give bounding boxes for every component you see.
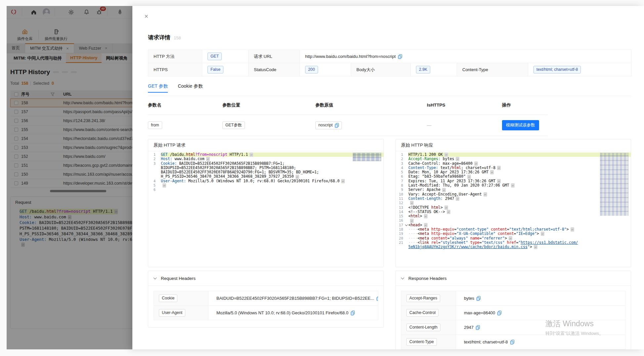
header-key-tag: Content-Length [406, 324, 440, 331]
raw-request-title: 原始 HTTP 请求 [148, 139, 384, 151]
raw-http-section: 原始 HTTP 请求 1GET /baidu.html?from=noscrip… [148, 139, 631, 267]
tab-cookie-params[interactable]: Cookie 参数 [178, 83, 203, 93]
col-param-name: 参数名 [148, 102, 222, 108]
copy-icon[interactable] [510, 340, 514, 344]
header-value: BAIDUID=B522EE4502FF3020A565F2B15B898BB7… [216, 296, 374, 301]
param-table: 参数名 参数位置 参数原值 IsHTTPS 操作 from GET参数 nosc… [148, 96, 548, 136]
request-headers-title: Request Headers [161, 276, 196, 281]
col-param-pos: 参数位置 [222, 102, 315, 108]
param-name-tag: from [148, 121, 162, 129]
url-label: 请求 URL [249, 50, 300, 63]
tab-get-params[interactable]: GET 参数 [148, 83, 168, 93]
method-tag: GET [207, 53, 222, 60]
header-value: Mozilla/5.0 (Windows NT 10.0; rv:68.0) G… [216, 310, 348, 315]
minimap[interactable] [600, 153, 628, 216]
copy-icon[interactable] [335, 123, 339, 128]
header-key-tag: User-Agent [159, 309, 185, 316]
param-ishttps-value: — [427, 123, 502, 128]
param-tabs: GET 参数 Cookie 参数 [148, 80, 631, 96]
col-ishttps: IsHTTPS [427, 103, 502, 108]
header-row: User-Agent Mozilla/5.0 (Windows NT 10.0;… [154, 306, 378, 320]
header-row: Cookie BAIDUID=B522EE4502FF3020A565F2B15… [154, 291, 378, 306]
https-label: HTTPS [148, 63, 202, 76]
status-tag: 200 [305, 66, 318, 73]
header-value: 2947 [464, 325, 474, 330]
drawer-close-icon[interactable] [143, 13, 150, 20]
status-label: StatusCode [249, 63, 300, 76]
request-detail-drawer: 请求详情 158 HTTP 方法 GET 请求 URL http://www.b… [132, 6, 644, 349]
header-value: max-age=86400 [464, 310, 495, 315]
raw-request-editor[interactable]: 1GET /baidu.html?from=noscript HTTP/1.12… [148, 151, 384, 267]
header-key-tag: Cache-Control [406, 309, 438, 316]
header-value: text/html; charset=utf-8 [464, 339, 508, 344]
header-key-tag: Content-Type [406, 338, 437, 345]
request-headers-toggle[interactable]: Request Headers [148, 271, 384, 286]
copy-icon[interactable] [476, 325, 480, 330]
content-type-label: Content-Type [457, 63, 528, 76]
fuzz-param-button[interactable]: 模糊测试该参数 [502, 120, 539, 130]
request-meta-table: HTTP 方法 GET 请求 URL http://www.baidu.com/… [148, 50, 631, 76]
drawer-id-badge: 158 [174, 35, 181, 40]
watermark-line1: 激活 Windows [545, 319, 604, 329]
header-row: Accept-Ranges bytes [401, 291, 625, 306]
param-value-tag: noscript [315, 121, 342, 129]
drawer-title: 请求详情 [148, 34, 170, 41]
raw-request-card: 原始 HTTP 请求 1GET /baidu.html?from=noscrip… [148, 139, 384, 267]
minimap[interactable] [353, 153, 381, 161]
chevron-down-icon [401, 276, 404, 279]
response-headers-toggle[interactable]: Response Headers [396, 271, 631, 286]
raw-response-editor[interactable]: 1HTTP/1.1 200 OK2Accept-Ranges: bytes3Ca… [396, 151, 631, 267]
param-row: from GET参数 noscript — 模糊测试该参数 [148, 115, 548, 136]
chevron-down-icon [154, 276, 157, 279]
header-key-tag: Cookie [159, 294, 177, 302]
header-row: Content-Type text/html; charset=utf-8 [401, 335, 625, 349]
body-size-label: Body大小 [351, 63, 411, 76]
request-headers-table: Cookie BAIDUID=B522EE4502FF3020A565F2B15… [154, 291, 378, 320]
param-header-row: 参数名 参数位置 参数原值 IsHTTPS 操作 [148, 96, 548, 115]
response-headers-title: Response Headers [408, 276, 447, 281]
col-action: 操作 [502, 102, 548, 108]
param-pos-tag: GET参数 [222, 121, 245, 129]
request-url-value: http://www.baidu.com/baidu.html?from=nos… [305, 54, 396, 59]
raw-response-card: 原始 HTTP 响应 1HTTP/1.1 200 OK2Accept-Range… [395, 139, 631, 267]
content-type-tag: text/html; charset=utf-8 [533, 66, 581, 73]
windows-activation-watermark: 激活 Windows 转到“设置”以激活 Windows。 [545, 319, 604, 336]
header-value: bytes [464, 296, 474, 301]
copy-icon[interactable] [497, 311, 501, 315]
watermark-line2: 转到“设置”以激活 Windows。 [545, 331, 604, 336]
raw-response-title: 原始 HTTP 响应 [396, 139, 631, 151]
body-size-tag: 2.9K [416, 66, 430, 73]
header-row: Cache-Control max-age=86400 [401, 306, 625, 320]
request-headers-section: Request Headers Cookie BAIDUID=B522EE450… [148, 271, 384, 328]
copy-icon[interactable] [477, 296, 481, 301]
drawer-mask[interactable] [7, 6, 132, 349]
col-param-value: 参数原值 [315, 102, 427, 108]
https-tag: False [207, 66, 223, 73]
header-key-tag: Accept-Ranges [406, 294, 440, 302]
copy-icon[interactable] [351, 311, 355, 315]
method-label: HTTP 方法 [148, 50, 202, 63]
copy-icon[interactable] [398, 54, 402, 59]
response-headers-section: Response Headers Accept-Ranges bytes Cac… [395, 271, 631, 349]
copy-icon[interactable] [377, 296, 378, 301]
